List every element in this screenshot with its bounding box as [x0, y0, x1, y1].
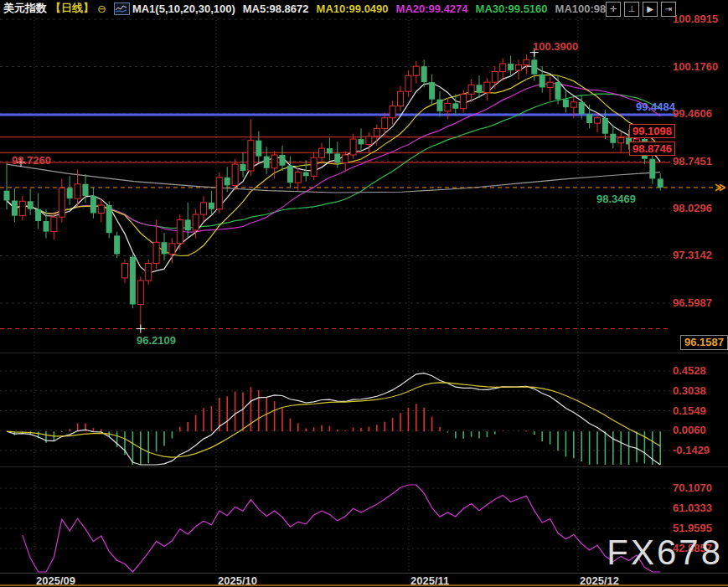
chart-header: 美元指数 【日线】 ⊖ MA1(5,10,20,30,100) MA5:98.8…	[3, 0, 609, 17]
candle-body	[75, 184, 80, 198]
candle-body	[445, 103, 451, 111]
candle-body	[508, 64, 514, 70]
chart-canvas[interactable]	[0, 0, 728, 587]
crosshair-icon[interactable]: ✛	[606, 2, 621, 17]
candle-body	[649, 159, 655, 179]
candle-body	[334, 153, 340, 162]
axis-scale-icon[interactable]: ⊥	[624, 2, 639, 17]
rsi2-value: RSI2:33.8120	[152, 470, 219, 482]
macd-dea-line	[7, 383, 660, 457]
candle-body	[240, 164, 246, 171]
ma5-line	[7, 66, 660, 273]
candle-body	[287, 166, 293, 183]
candle-body	[524, 59, 529, 64]
candle-body	[500, 64, 506, 71]
candle-body	[280, 155, 286, 166]
high-price-label: 100.3900	[533, 40, 578, 53]
candle-body	[319, 148, 325, 157]
candle-body	[484, 82, 490, 93]
candle-body	[398, 91, 404, 106]
x-axis-separator	[0, 573, 728, 574]
watermark: FX678	[607, 533, 723, 573]
price-axis-tick: 98.7451	[673, 155, 712, 167]
candle-body	[225, 178, 230, 185]
chart-toolbar: ✛⊥▶⇥	[606, 2, 676, 17]
candle-body	[429, 82, 435, 100]
candle-body	[602, 118, 608, 134]
candle-body	[579, 102, 585, 114]
candle-body	[44, 221, 49, 232]
candle-body	[98, 205, 104, 213]
axis-low-tag: 96.1587	[680, 335, 728, 350]
candle-body	[618, 137, 624, 142]
candle-body	[185, 219, 191, 230]
macd-axis-tick: 0.1549	[673, 404, 706, 417]
candle-body	[51, 217, 57, 231]
macd-dea-value: DEA:-0.0136	[157, 358, 221, 371]
ma100-value: MA100:98.	[555, 3, 609, 15]
candle-body	[405, 75, 411, 91]
price-axis-tick: 96.5987	[673, 296, 712, 309]
candle-body	[374, 128, 379, 136]
candle-body	[122, 264, 128, 278]
candle-body	[437, 100, 443, 111]
last-price-label: 98.3469	[596, 193, 636, 205]
candle-body	[382, 118, 388, 129]
indicator-chart-icon[interactable]	[114, 3, 130, 15]
candle-body	[350, 139, 356, 155]
candle-body	[232, 164, 238, 185]
price-axis-tick: 97.3142	[673, 249, 712, 261]
candle-body	[540, 75, 545, 88]
candle-body	[83, 184, 89, 196]
ma100-line	[7, 164, 660, 193]
candle-body	[461, 94, 467, 108]
candle-body	[452, 103, 458, 108]
collapse-right-icon[interactable]: ⇥	[661, 2, 676, 17]
collapse-pane-icon[interactable]: ⊖	[97, 3, 106, 15]
candle-body	[610, 134, 616, 143]
ma20-line	[7, 83, 660, 232]
candle-body	[264, 157, 270, 168]
rsi1-value: RSI1:33.8120	[76, 470, 143, 482]
candle-body	[531, 59, 537, 74]
x-axis-month-label: 2025/11	[410, 574, 449, 587]
candle-body	[209, 203, 214, 209]
period-label: 【日线】	[50, 1, 94, 16]
macd-axis-tick: -0.1429	[673, 444, 710, 456]
rsi-title: RSI(14,14,14)	[3, 470, 71, 482]
macd-diff-line	[7, 373, 660, 465]
candle-body	[153, 242, 159, 263]
x-axis-month-label: 2025/12	[580, 574, 619, 587]
pane-separator	[0, 353, 728, 353]
candle-body	[90, 196, 96, 214]
macd-axis-tick: 0.3038	[673, 384, 706, 397]
macd-axis-tick: 0.4528	[673, 364, 706, 377]
ma30-value: MA30:99.5160	[476, 3, 548, 15]
candle-body	[555, 82, 561, 100]
candle-body	[271, 155, 277, 168]
playback-icon[interactable]: ▶	[643, 2, 658, 17]
rsi-axis-tick: 61.0333	[673, 502, 712, 514]
candle-body	[106, 205, 112, 233]
candle-body	[366, 136, 372, 144]
candle-body	[177, 219, 183, 243]
low-price-label: 96.2109	[137, 334, 176, 347]
candle-body	[137, 281, 143, 304]
candle-body	[59, 188, 65, 217]
price-axis-tick: 100.1760	[673, 60, 718, 73]
macd-pane-header: MACD(26,12,9) DIFF:-0.1595 DEA:-0.0136 M…	[3, 358, 303, 371]
candle-body	[12, 200, 18, 215]
candle-body	[327, 148, 333, 153]
candle-body	[28, 201, 34, 209]
rsi3-value: RSI3:33.8120	[227, 470, 294, 482]
candle-body	[586, 114, 592, 123]
candle-body	[303, 172, 309, 177]
x-axis-month-label: 2025/09	[36, 574, 75, 587]
macd-macd-value: MACD:-0.2918	[230, 358, 302, 371]
candle-body	[516, 65, 522, 70]
resistance1-label: 99.1098	[629, 124, 675, 138]
candle-body	[216, 178, 222, 209]
candle-body	[343, 155, 349, 162]
x-axis-month-label: 2025/10	[218, 574, 257, 587]
ma10-line	[7, 75, 660, 255]
